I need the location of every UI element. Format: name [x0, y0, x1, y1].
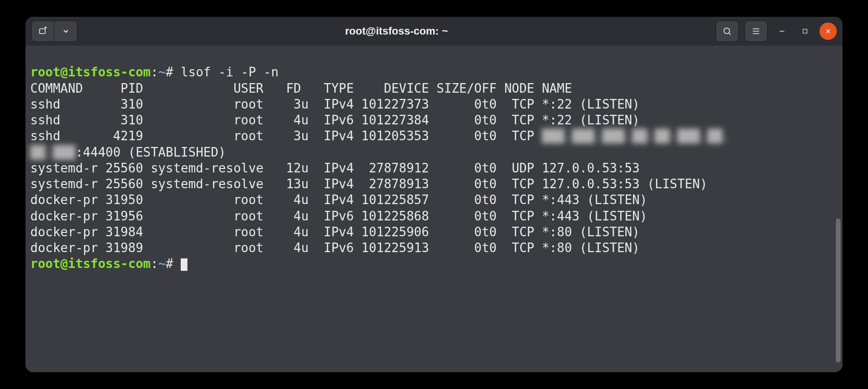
tab-dropdown-button[interactable] [54, 21, 77, 42]
maximize-button[interactable] [796, 23, 814, 40]
cursor [181, 258, 187, 271]
svg-point-3 [724, 28, 730, 34]
menu-button[interactable] [744, 21, 768, 42]
new-tab-button[interactable] [31, 21, 54, 42]
scrollbar[interactable] [836, 219, 841, 363]
svg-rect-9 [803, 29, 807, 33]
output-row: docker-pr 31984 root 4u IPv4 101225906 0… [30, 225, 640, 239]
svg-rect-0 [39, 29, 45, 34]
output-row: docker-pr 31950 root 4u IPv4 101225857 0… [30, 193, 647, 207]
output-row: docker-pr 31989 root 4u IPv6 101225913 0… [30, 241, 640, 255]
output-row: sshd 310 root 4u IPv6 101227384 0t0 TCP … [30, 113, 640, 127]
close-button[interactable] [819, 23, 837, 40]
terminal-window: root@itsfoss-com: ~ [25, 17, 843, 372]
prompt-line: root@itsfoss-com:~# [30, 256, 187, 271]
output-row-blurred: sshd 4219 root 3u IPv4 101205353 0t0 TCP… [30, 129, 730, 143]
redacted-ip: ██.███ [30, 145, 75, 159]
output-row: docker-pr 31956 root 4u IPv6 101225868 0… [30, 209, 647, 223]
output-row: systemd-r 25560 systemd-resolve 12u IPv4… [30, 161, 640, 175]
output-row: systemd-r 25560 systemd-resolve 13u IPv4… [30, 177, 707, 191]
command-text: lsof -i -P -n [181, 65, 279, 79]
prompt-path: ~ [158, 256, 166, 271]
prompt-line: root@itsfoss-com:~# lsof -i -P -n [30, 65, 279, 79]
search-button[interactable] [716, 21, 739, 42]
prompt-user-host: root@itsfoss-com [30, 65, 150, 79]
window-title: root@itsfoss-com: ~ [81, 25, 712, 37]
prompt-user-host: root@itsfoss-com [30, 256, 150, 271]
output-row-blurred-cont: ██.███:44400 (ESTABLISHED) [30, 145, 226, 159]
output-header: COMMAND PID USER FD TYPE DEVICE SIZE/OFF… [30, 81, 572, 96]
output-row: sshd 310 root 3u IPv4 101227373 0t0 TCP … [30, 97, 640, 111]
prompt-path: ~ [158, 65, 166, 79]
prompt-symbol: # [166, 256, 174, 271]
terminal-body[interactable]: root@itsfoss-com:~# lsof -i -P -n COMMAN… [25, 46, 843, 372]
prompt-symbol: # [166, 65, 174, 79]
titlebar: root@itsfoss-com: ~ [25, 17, 843, 46]
titlebar-right-controls [716, 21, 837, 42]
tab-button-group [31, 21, 77, 42]
minimize-button[interactable] [773, 23, 791, 40]
redacted-ip: ███.███.███.██:██-███.██. [542, 129, 730, 143]
svg-line-4 [729, 33, 731, 35]
